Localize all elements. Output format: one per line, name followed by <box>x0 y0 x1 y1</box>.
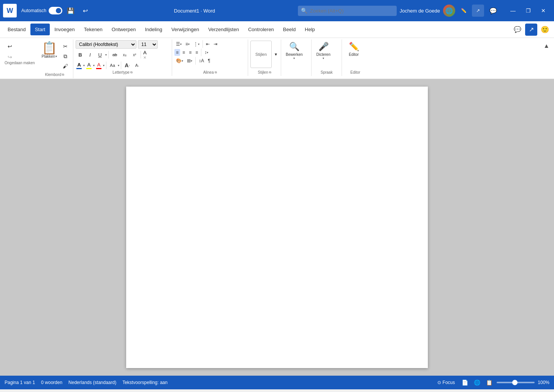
case-dropdown-arrow[interactable]: ▾ <box>118 64 119 67</box>
clear-format-button[interactable]: A ✕ <box>142 49 147 60</box>
paragraph-expand-icon[interactable]: ⧉ <box>215 71 217 74</box>
highlight-dropdown-arrow[interactable]: ▾ <box>93 64 95 67</box>
spell-check: Tekstvoorspelling: aan <box>122 380 168 385</box>
font-expand-icon[interactable]: ⧉ <box>130 71 133 74</box>
menu-verzendlijsten[interactable]: Verzendlijsten <box>204 24 244 35</box>
menu-help[interactable]: Help <box>300 24 320 35</box>
share-icon-button[interactable]: ↗ <box>525 24 537 36</box>
bewerken-icon: 🔍 <box>289 42 299 52</box>
title-bar: W Automatisch 💾 ↩ Document1 · Word 🔍 Joc… <box>0 0 554 21</box>
copy-button[interactable]: ⧉ <box>61 52 70 61</box>
text-color-button[interactable]: A <box>95 62 102 70</box>
clipboard-expand-icon[interactable]: ⧉ <box>62 73 64 77</box>
sort-button[interactable]: ↕A <box>197 57 206 64</box>
ribbon-collapse-button[interactable]: ▲ <box>542 41 551 51</box>
highlight-color-button[interactable]: A <box>85 62 92 70</box>
bold-button[interactable]: B <box>76 50 85 59</box>
feedback-button[interactable]: 🙂 <box>539 24 551 36</box>
vertical-layout-button[interactable]: 📋 <box>484 378 494 387</box>
font-color-button[interactable]: A <box>76 62 82 70</box>
bewerken-button[interactable]: 🔍 Bewerken ▾ <box>283 40 305 62</box>
focus-button[interactable]: ⊙ Focus <box>435 379 457 386</box>
styles-expand-icon[interactable]: ⧉ <box>269 71 271 74</box>
print-layout-button[interactable]: 📄 <box>460 378 469 387</box>
menu-tekenen[interactable]: Tekenen <box>79 24 107 35</box>
show-marks-button[interactable]: ¶ <box>206 57 212 64</box>
comment-icon-button[interactable]: 💬 <box>511 24 524 36</box>
underline-button[interactable]: U <box>95 50 104 59</box>
styles-dropdown-button[interactable]: ▾ <box>273 51 279 58</box>
justify-button[interactable]: ≡ <box>194 49 199 56</box>
shading-button[interactable]: 🎨 ▾ <box>174 57 185 64</box>
subscript-button[interactable]: x₂ <box>120 50 129 59</box>
paste-button[interactable]: 📋 Plakken ▾ <box>40 41 60 59</box>
save-button[interactable]: 💾 <box>65 5 76 16</box>
edit-mode-button[interactable]: ✏️ <box>458 5 469 16</box>
grow-font-button[interactable]: A↑ <box>123 61 132 70</box>
share-button[interactable]: ↗ <box>472 5 484 17</box>
menu-controleren[interactable]: Controleren <box>244 24 279 35</box>
bewerken-label: Bewerken <box>286 52 302 57</box>
bewerken-dropdown-arrow[interactable]: ▾ <box>293 57 295 60</box>
align-right-button[interactable]: ≡ <box>187 49 193 56</box>
menu-ontwerpen[interactable]: Ontwerpen <box>107 24 141 35</box>
case-button[interactable]: Aa <box>108 61 117 70</box>
user-avatar[interactable]: 🌐 <box>443 5 455 17</box>
menu-start[interactable]: Start <box>30 24 50 35</box>
format-painter-button[interactable]: 🖌 <box>61 62 70 71</box>
para-sep1 <box>203 40 203 48</box>
titlebar-undo-button[interactable]: ↩ <box>79 5 91 17</box>
font-color-dropdown-arrow[interactable]: ▾ <box>83 64 85 67</box>
numbering-arrow[interactable]: ▾ <box>188 43 190 46</box>
menu-beeld[interactable]: Beeld <box>279 24 300 35</box>
web-layout-button[interactable]: 🌐 <box>472 378 481 387</box>
zoom-slider[interactable] <box>497 382 535 383</box>
minimize-button[interactable]: — <box>505 4 521 17</box>
document-area[interactable] <box>0 79 554 376</box>
paste-icon: 📋 <box>42 42 57 54</box>
shading-arrow[interactable]: ▾ <box>182 59 183 63</box>
dicteren-dropdown-arrow[interactable]: ▾ <box>323 57 324 60</box>
comments-button[interactable]: 💬 <box>487 5 499 17</box>
decrease-indent-button[interactable]: ⇤ <box>204 41 211 47</box>
line-spacing-button[interactable]: ↕ ▾ <box>203 49 210 56</box>
styles-button[interactable]: Stijlen <box>250 41 272 68</box>
menu-indeling[interactable]: Indeling <box>140 24 167 35</box>
paste-dropdown-arrow[interactable]: ▾ <box>55 55 57 58</box>
undo-button[interactable]: ↩ <box>5 41 15 52</box>
bullets-arrow[interactable]: ▾ <box>180 43 182 46</box>
borders-button[interactable]: ⊞ ▾ <box>185 57 194 64</box>
editor-button[interactable]: ✏️ Editor <box>344 40 363 58</box>
strikethrough-button[interactable]: ab <box>110 50 119 59</box>
align-left-button[interactable]: ≡ <box>174 49 180 56</box>
document-title: Document1 · Word <box>94 8 295 14</box>
menu-bestand[interactable]: Bestand <box>3 24 30 35</box>
menu-verwijzingen[interactable]: Verwijzingen <box>167 24 204 35</box>
text-color-dropdown-arrow[interactable]: ▾ <box>103 64 104 67</box>
menu-invoegen[interactable]: Invoegen <box>50 24 79 35</box>
bullets-button[interactable]: ☰ ▾ <box>174 41 183 47</box>
para-sep3 <box>195 57 196 65</box>
dicteren-button[interactable]: 🎤 Dicteren ▾ <box>314 40 333 62</box>
shrink-font-button[interactable]: A↓ <box>133 61 142 70</box>
line-spacing-arrow[interactable]: ▾ <box>207 51 208 54</box>
font-name-select[interactable]: Calibri (Hoofdtekst) <box>76 40 136 49</box>
align-center-button[interactable]: ≡ <box>181 49 187 56</box>
search-input[interactable] <box>298 6 397 16</box>
increase-indent-button[interactable]: ⇥ <box>212 41 219 47</box>
close-button[interactable]: ✕ <box>536 4 551 17</box>
italic-button[interactable]: I <box>85 50 95 59</box>
document-page[interactable] <box>126 87 428 368</box>
font-size-select[interactable]: 11 <box>138 40 158 49</box>
cut-button[interactable]: ✂ <box>61 42 70 51</box>
undo-redo-buttons: ↩ ↪ <box>5 41 35 62</box>
multilevel-button[interactable]: ⋮ ▾ <box>192 41 201 47</box>
restore-button[interactable]: ❐ <box>521 4 536 17</box>
autosave-toggle[interactable] <box>49 7 62 14</box>
borders-arrow[interactable]: ▾ <box>191 59 192 63</box>
superscript-button[interactable]: x² <box>130 50 139 59</box>
numbering-button[interactable]: ≡ ▾ <box>184 41 191 47</box>
underline-dropdown-arrow[interactable]: ▾ <box>105 53 107 57</box>
font-row2: B I U ▾ ab x₂ x² A ✕ <box>76 49 147 60</box>
multilevel-arrow[interactable]: ▾ <box>198 43 199 46</box>
